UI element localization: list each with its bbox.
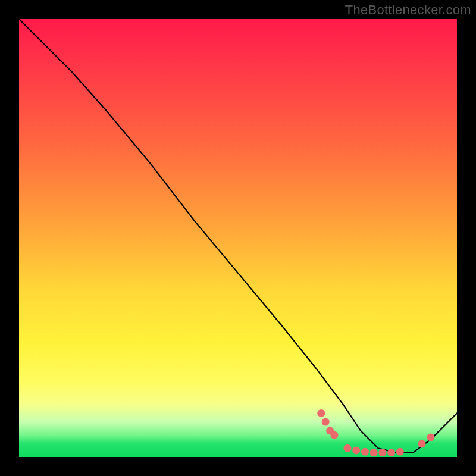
chart-svg bbox=[19, 19, 457, 457]
plot-area bbox=[19, 19, 457, 457]
highlight-dot bbox=[396, 448, 404, 456]
highlight-dot bbox=[344, 444, 352, 452]
highlight-dot bbox=[387, 449, 395, 456]
highlight-dot bbox=[378, 449, 386, 456]
highlight-dot bbox=[361, 448, 369, 456]
highlight-dot bbox=[370, 449, 378, 456]
attribution-label: TheBottlenecker.com bbox=[345, 2, 471, 18]
highlight-dot bbox=[322, 418, 330, 426]
chart-frame: TheBottlenecker.com bbox=[0, 0, 476, 476]
highlight-dot bbox=[317, 409, 325, 417]
highlight-dot bbox=[352, 447, 360, 455]
curve-line bbox=[19, 19, 457, 453]
highlight-dot bbox=[330, 431, 338, 439]
highlight-dot bbox=[427, 433, 434, 441]
highlight-dot bbox=[418, 440, 426, 447]
